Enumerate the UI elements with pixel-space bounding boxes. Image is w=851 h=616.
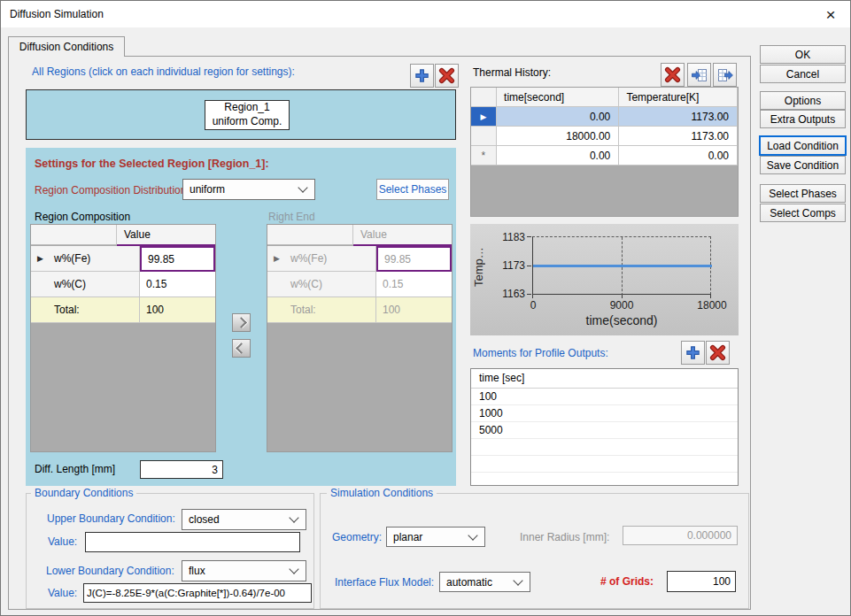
value-column-header: Value (117, 225, 215, 246)
total-row: Total: 100 (267, 297, 452, 323)
moment-item[interactable]: 1000 (471, 405, 738, 422)
lower-value-input[interactable] (83, 583, 312, 603)
close-icon: × (825, 6, 835, 23)
select-phases-button[interactable]: Select Phases (376, 179, 449, 200)
options-button[interactable]: Options (760, 91, 846, 110)
table-row: ▶ w%(Fe) 99.85 (267, 246, 452, 272)
moment-item[interactable]: 5000 (471, 422, 738, 439)
y-tick-label: 1163 (490, 288, 525, 300)
close-button[interactable]: × (817, 4, 844, 25)
x-tick-mark (532, 295, 533, 298)
chart-x-axis-label: time(second) (555, 313, 688, 327)
add-moment-button[interactable] (681, 341, 705, 365)
copy-left-button[interactable] (232, 339, 251, 358)
ok-button[interactable]: OK (760, 45, 846, 64)
region-name: Region_1 (224, 101, 269, 115)
time-cell[interactable]: 0.00 (497, 107, 619, 127)
export-table-icon (716, 66, 734, 84)
temperature-cell[interactable]: 1173.00 (619, 127, 738, 146)
moment-item-empty (471, 456, 738, 473)
moment-item-empty (471, 473, 738, 486)
distribution-select[interactable]: uniform (182, 179, 315, 200)
selected-row-icon: ▶ (471, 107, 497, 127)
save-condition-button[interactable]: Save Condition (760, 156, 846, 174)
geometry-label: Geometry: (332, 531, 382, 543)
delete-region-button[interactable] (435, 64, 459, 88)
export-thermal-table-button[interactable] (713, 63, 737, 87)
total-label-cell: Total: (31, 297, 140, 323)
simulation-conditions-title: Simulation Conditions (327, 487, 437, 499)
region-subtitle: uniform Comp. (213, 115, 282, 129)
thermal-row-selected[interactable]: ▶ 0.00 1173.00 (471, 107, 738, 127)
inner-radius-input (623, 526, 738, 545)
add-region-button[interactable] (410, 64, 434, 88)
select-phases-side-button[interactable]: Select Phases (760, 184, 846, 203)
all-regions-label: All Regions (click on each individual re… (32, 65, 295, 78)
value-column-header: Value (353, 225, 452, 246)
thermal-row[interactable]: 18000.00 1173.00 (471, 127, 738, 146)
composition-value-cell[interactable]: 99.85 (140, 246, 215, 272)
x-tick-label: 18000 (685, 299, 739, 312)
table-row: w%(C) 0.15 (267, 272, 452, 297)
delete-moment-button[interactable] (706, 341, 730, 365)
y-tick-label: 1183 (490, 231, 525, 243)
component-label-cell: w%(C) (267, 272, 376, 297)
current-row-icon: ▶ (37, 254, 43, 263)
time-cell[interactable]: 18000.00 (497, 127, 619, 146)
delete-thermal-row-button[interactable] (661, 63, 685, 87)
component-name: w%(Fe) (54, 252, 90, 265)
select-comps-button[interactable]: Select Comps (760, 204, 846, 222)
extra-outputs-button[interactable]: Extra Outputs (760, 110, 846, 128)
region-composition-title: Region Composition (35, 211, 130, 223)
x-tick-label: 0 (520, 299, 546, 312)
chart-plot-area (532, 236, 711, 295)
lower-value-label: Value: (48, 587, 77, 599)
current-row-icon: ▶ (274, 254, 280, 263)
temperature-cell[interactable]: 0.00 (619, 146, 738, 166)
plus-icon (414, 67, 430, 84)
composition-value-cell[interactable]: 0.15 (140, 272, 215, 297)
tab-diffusion-conditions[interactable]: Diffusion Conditions (8, 36, 125, 57)
row-header-cell (471, 88, 497, 107)
time-column-header: time[second] (497, 88, 619, 107)
grids-input[interactable] (667, 571, 736, 592)
y-tick-mark (527, 294, 531, 295)
diff-length-input[interactable] (140, 460, 223, 479)
moments-list-header: time [sec] (471, 369, 738, 389)
region-item[interactable]: Region_1 uniform Comp. (205, 100, 290, 130)
time-cell[interactable]: 0.00 (497, 146, 619, 166)
cancel-button[interactable]: Cancel (760, 65, 846, 83)
thermal-new-row[interactable]: * 0.00 0.00 (471, 146, 738, 166)
moment-item[interactable]: 100 (471, 389, 738, 405)
geometry-selected-value: planar (393, 531, 422, 543)
total-value-cell: 100 (140, 297, 215, 323)
upper-boundary-select[interactable]: closed (182, 509, 306, 530)
chevron-down-icon (298, 182, 307, 192)
table-corner-cell (267, 225, 353, 245)
thermal-history-chart: Temp… 1183 1173 1163 0 9000 18000 time(s… (470, 224, 739, 335)
copy-right-button[interactable] (232, 313, 251, 332)
lower-boundary-select[interactable]: flux (182, 560, 306, 581)
settings-title: Settings for the Selected Region [Region… (35, 158, 269, 170)
load-condition-button[interactable]: Load Condition (759, 135, 847, 156)
total-value-cell: 100 (376, 297, 452, 323)
interface-flux-model-select[interactable]: automatic (439, 572, 530, 592)
x-tick-mark (710, 295, 711, 298)
temperature-cell[interactable]: 1173.00 (619, 107, 738, 127)
component-name: w%(C) (290, 278, 322, 290)
upper-value-input[interactable] (85, 532, 300, 552)
total-label: Total: (290, 304, 316, 316)
component-label-cell: w%(C) (31, 272, 140, 297)
delete-icon (664, 66, 681, 83)
inner-radius-label: Inner Radius [mm]: (520, 531, 609, 543)
right-end-title: Right End (268, 211, 315, 223)
window-title: Diffusion Simulation (10, 8, 104, 20)
lower-boundary-selected-value: flux (189, 565, 205, 577)
geometry-select[interactable]: planar (386, 527, 485, 547)
lower-boundary-label: Lower Boundary Condition: (46, 565, 174, 577)
import-thermal-table-button[interactable] (687, 63, 711, 87)
settings-panel: Settings for the Selected Region [Region… (26, 148, 456, 486)
interface-flux-model-label: Interface Flux Model: (335, 576, 434, 589)
flux-model-selected-value: automatic (446, 576, 492, 589)
thermal-history-label: Thermal History: (473, 66, 551, 79)
